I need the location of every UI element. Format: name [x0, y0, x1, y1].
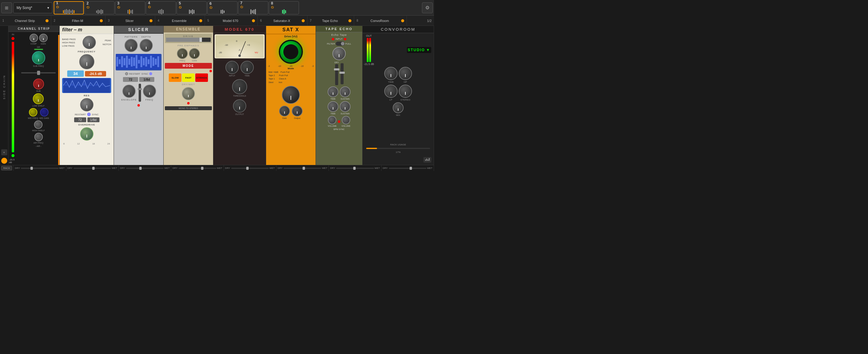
te-volume-knob2[interactable] [342, 116, 350, 124]
freq-knob[interactable] [143, 84, 156, 98]
eq-icon[interactable] [424, 157, 431, 163]
te-volume-knob1[interactable] [328, 116, 336, 124]
channel-strip-fader-line[interactable] [58, 35, 59, 165]
filter-labels: BAND PASS HIGH PASS LOW PASS [62, 38, 76, 47]
restart-toggle[interactable] [125, 72, 128, 75]
sync-toggle[interactable] [87, 113, 91, 116]
satx-output-knob[interactable] [292, 106, 303, 116]
fast-button[interactable]: FAST [182, 73, 195, 82]
dry-wet-knob[interactable] [182, 87, 195, 100]
pre-gain-knob[interactable] [189, 48, 200, 59]
cr-time-knob[interactable] [384, 67, 398, 80]
cr-mix-group: MIX [364, 102, 433, 116]
time-knob[interactable] [241, 61, 254, 74]
slow-button[interactable]: SLOW [169, 73, 181, 82]
satx-main-knob[interactable] [282, 86, 300, 104]
slot-tab-4[interactable]: 4 ⏻ [146, 1, 176, 14]
wd-slider-1[interactable] [21, 168, 59, 169]
te-time-group1: TIME [328, 86, 338, 100]
pre-freq-knob[interactable] [177, 48, 188, 59]
grid-button[interactable]: ⊞ [1, 2, 12, 13]
cr-stereo-knob[interactable] [399, 84, 412, 98]
satx-gain-knob[interactable] [279, 106, 290, 116]
cr-lp-knob[interactable] [384, 84, 398, 98]
slot-tab-1[interactable]: 1 ⏻ [54, 1, 84, 14]
mono-to-stereo-btn[interactable]: MONO TO STEREO [165, 106, 212, 110]
output-knob[interactable] [233, 99, 246, 113]
slot-tab-3[interactable]: 3 ⏻ [115, 1, 145, 14]
mid-row: MID FREQ MID GAIN [28, 108, 49, 119]
settings-button[interactable]: ⚙ [422, 2, 433, 13]
slot-tab-5[interactable]: 5 ⏻ [177, 1, 207, 14]
wd-slider-6[interactable] [284, 168, 321, 169]
power-button-8[interactable] [401, 19, 404, 22]
filter-toggle[interactable] [336, 41, 345, 46]
overdrive-knob[interactable] [80, 127, 93, 141]
wd-slider-3[interactable] [126, 168, 164, 169]
res-knob[interactable] [80, 98, 93, 111]
pattern-group: PATTERN [124, 36, 138, 52]
power-button-6[interactable] [302, 19, 305, 22]
power-button-4[interactable] [199, 19, 202, 22]
te-sustain-knob1[interactable] [340, 86, 350, 97]
sub-freq-knob[interactable] [32, 51, 45, 64]
main-fader[interactable] [21, 72, 56, 73]
input-knob[interactable] [225, 61, 239, 74]
wd-handle-4[interactable] [201, 167, 204, 170]
power-button-1[interactable] [45, 19, 49, 22]
wd-handle-1[interactable] [30, 167, 33, 170]
gain-knob[interactable] [39, 34, 48, 42]
cr-mix-knob[interactable] [393, 102, 404, 113]
air-freq-knob[interactable] [34, 133, 43, 141]
wd-handle-8[interactable] [410, 167, 412, 170]
strings-button[interactable]: STRINGS [195, 73, 208, 82]
mode-button[interactable]: MODE [165, 63, 212, 69]
wd-handle-3[interactable] [139, 167, 142, 170]
sub-knob[interactable] [33, 78, 44, 90]
filter-peak-knob[interactable] [83, 36, 96, 49]
rack-button[interactable]: RACK [1, 166, 12, 170]
wet-fader[interactable] [341, 63, 344, 84]
te-sustain-knob2[interactable] [340, 101, 350, 112]
wd-slider-4[interactable] [179, 168, 216, 169]
power-button-7[interactable] [348, 19, 351, 22]
depth-group: DEPTH [140, 36, 153, 52]
wd-slider-5[interactable] [231, 168, 269, 169]
frequency-knob[interactable] [79, 54, 94, 69]
plugin-area: SIDE CHAIN + CHANNEL STRIP IN -20.5 dB [0, 26, 434, 165]
song-name-box[interactable]: My Song* ▾ [13, 2, 53, 13]
wd-handle-2[interactable] [92, 167, 95, 170]
slot-tab-6[interactable]: 6 ⏻ [207, 1, 238, 14]
high-shelf-knob[interactable] [34, 120, 42, 129]
studio-dropdown[interactable]: STUDIO ▼ [407, 47, 431, 53]
pattern-knob[interactable] [124, 39, 138, 52]
wd-handle-6[interactable] [303, 167, 305, 170]
side-chain-button[interactable]: + [1, 149, 7, 155]
te-input-knob[interactable] [333, 47, 346, 60]
depth-knob[interactable] [140, 39, 153, 52]
wd-slider-7[interactable] [336, 168, 374, 169]
power-button-3[interactable] [150, 19, 153, 22]
slicer-fader[interactable] [138, 84, 141, 102]
slot-tab-8[interactable]: 8 ⏻ [269, 1, 299, 14]
threshold-knob[interactable] [232, 79, 247, 94]
cr-hp-knob[interactable] [399, 67, 412, 80]
sync-toggle-slicer[interactable] [149, 72, 152, 75]
slot-tab-2[interactable]: 2 ⏻ [84, 1, 115, 14]
mid-freq-knob[interactable] [29, 108, 37, 116]
comp-knob[interactable] [30, 34, 38, 42]
wd-slider-8[interactable] [389, 168, 427, 169]
power-button-5[interactable] [252, 19, 255, 22]
wd-handle-5[interactable] [246, 167, 249, 170]
envelope-knob[interactable] [122, 84, 135, 98]
slot-tab-7[interactable]: 7 ⏻ [238, 1, 268, 14]
wd-handle-7[interactable] [353, 167, 355, 170]
wd-slider-2[interactable] [73, 168, 111, 169]
low-shelf-knob[interactable] [33, 93, 44, 104]
te-time-knob1[interactable] [328, 86, 338, 97]
power-button-2[interactable] [100, 19, 103, 22]
mid-gain-knob[interactable] [40, 108, 49, 116]
te-time-knob2[interactable] [328, 101, 338, 112]
dry-fader[interactable] [335, 64, 338, 85]
wd-wet-1: WET [59, 167, 65, 170]
